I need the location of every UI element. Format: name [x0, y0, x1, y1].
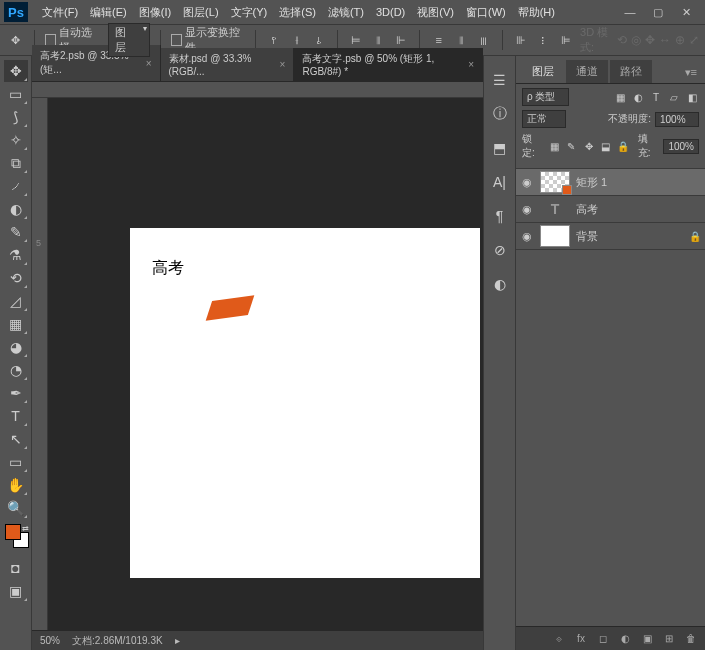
move-tool[interactable]: ✥	[4, 60, 28, 82]
filter-shape-icon[interactable]: ▱	[667, 90, 681, 104]
filter-kind-dropdown[interactable]: ρ 类型	[522, 88, 569, 106]
menu-image[interactable]: 图像(I)	[133, 3, 177, 22]
layer-name[interactable]: 矩形 1	[576, 175, 701, 190]
visibility-icon[interactable]: ◉	[520, 230, 534, 243]
auto-select-dropdown[interactable]: 图层	[108, 23, 150, 57]
filter-adjust-icon[interactable]: ◐	[631, 90, 645, 104]
dodge-tool[interactable]: ◔	[4, 359, 28, 381]
panel-menu-icon[interactable]: ▾≡	[677, 62, 705, 83]
filter-smart-icon[interactable]: ◧	[685, 90, 699, 104]
marquee-tool[interactable]: ▭	[4, 83, 28, 105]
panel-tab-layers[interactable]: 图层	[522, 60, 564, 83]
eyedropper-tool[interactable]: ⟋	[4, 175, 28, 197]
align-top-icon[interactable]: ⫯	[266, 31, 282, 49]
history-brush-tool[interactable]: ⟲	[4, 267, 28, 289]
doc-tab-1[interactable]: 素材.psd @ 33.3%(RGB/...×	[161, 48, 295, 81]
group-icon[interactable]: ▣	[639, 631, 655, 647]
visibility-icon[interactable]: ◉	[520, 203, 534, 216]
menu-select[interactable]: 选择(S)	[273, 3, 322, 22]
layer-mask-icon[interactable]: ◻	[595, 631, 611, 647]
properties-panel-icon[interactable]: ⬒	[488, 136, 512, 160]
align-vcenter-icon[interactable]: ⫲	[288, 31, 304, 49]
heal-tool[interactable]: ◐	[4, 198, 28, 220]
tab-close-icon[interactable]: ×	[468, 59, 474, 70]
type-tool[interactable]: T	[4, 405, 28, 427]
layer-row[interactable]: ◉ T 高考	[516, 196, 705, 223]
layer-thumb[interactable]	[540, 225, 570, 247]
lock-paint-icon[interactable]: ✎	[565, 139, 578, 153]
layer-row[interactable]: ◉ 背景 🔒	[516, 223, 705, 250]
path-tool[interactable]: ↖	[4, 428, 28, 450]
brush-tool[interactable]: ✎	[4, 221, 28, 243]
distribute-icon[interactable]: ⫼	[475, 31, 491, 49]
filter-image-icon[interactable]: ▦	[613, 90, 627, 104]
color-swatches[interactable]: ⇄	[3, 524, 29, 550]
new-layer-icon[interactable]: ⊞	[661, 631, 677, 647]
close-icon[interactable]: ✕	[679, 5, 693, 19]
lock-transparent-icon[interactable]: ▦	[548, 139, 561, 153]
crop-tool[interactable]: ⧉	[4, 152, 28, 174]
delete-layer-icon[interactable]: 🗑	[683, 631, 699, 647]
gradient-tool[interactable]: ▦	[4, 313, 28, 335]
tab-close-icon[interactable]: ×	[146, 58, 152, 69]
distribute-h-icon[interactable]: ⦀	[453, 31, 469, 49]
menu-view[interactable]: 视图(V)	[411, 3, 460, 22]
panel-tab-paths[interactable]: 路径	[610, 60, 652, 83]
eraser-tool[interactable]: ◿	[4, 290, 28, 312]
layer-fx-icon[interactable]: fx	[573, 631, 589, 647]
layer-thumb[interactable]: T	[540, 198, 570, 220]
canvas-shape-rect[interactable]	[206, 295, 255, 320]
canvas-viewport[interactable]: 高考	[32, 98, 483, 630]
distribute-v-icon[interactable]: ≡	[430, 31, 446, 49]
lock-move-icon[interactable]: ✥	[582, 139, 595, 153]
screenmode-tool[interactable]: ▣	[4, 580, 28, 602]
lock-all-icon[interactable]: 🔒	[617, 139, 630, 153]
quickmask-tool[interactable]: ◘	[4, 557, 28, 579]
align-hcenter-icon[interactable]: ⫴	[371, 31, 387, 49]
doc-tab-2[interactable]: 高考文字.psb @ 50% (矩形 1, RGB/8#) *×	[294, 48, 483, 81]
info-panel-icon[interactable]: ⓘ	[488, 102, 512, 126]
align-left-icon[interactable]: ⊨	[348, 31, 364, 49]
layer-row[interactable]: ◉ 矩形 1	[516, 169, 705, 196]
menu-filter[interactable]: 滤镜(T)	[322, 3, 370, 22]
menu-help[interactable]: 帮助(H)	[512, 3, 561, 22]
status-arrow-icon[interactable]: ▸	[175, 635, 180, 646]
layer-thumb[interactable]	[540, 171, 570, 193]
minimize-icon[interactable]: —	[623, 5, 637, 19]
align-bottom-icon[interactable]: ⫰	[311, 31, 327, 49]
layer-name[interactable]: 高考	[576, 202, 701, 217]
menu-layer[interactable]: 图层(L)	[177, 3, 224, 22]
menu-type[interactable]: 文字(Y)	[225, 3, 274, 22]
shape-tool[interactable]: ▭	[4, 451, 28, 473]
menu-window[interactable]: 窗口(W)	[460, 3, 512, 22]
paragraph-panel-icon[interactable]: ¶	[488, 204, 512, 228]
opacity-input[interactable]: 100%	[655, 112, 699, 127]
link-layers-icon[interactable]: ⟐	[551, 631, 567, 647]
lock-nest-icon[interactable]: ⬓	[599, 139, 612, 153]
history-panel-icon[interactable]: ☰	[488, 68, 512, 92]
fill-input[interactable]: 100%	[663, 139, 699, 154]
filter-type-icon[interactable]: T	[649, 90, 663, 104]
adjustments-panel-icon[interactable]: ⊘	[488, 238, 512, 262]
adjustment-layer-icon[interactable]: ◐	[617, 631, 633, 647]
hand-tool[interactable]: ✋	[4, 474, 28, 496]
character-panel-icon[interactable]: A|	[488, 170, 512, 194]
foreground-color[interactable]	[5, 524, 21, 540]
tab-close-icon[interactable]: ×	[280, 59, 286, 70]
lasso-tool[interactable]: ⟆	[4, 106, 28, 128]
menu-file[interactable]: 文件(F)	[36, 3, 84, 22]
distribute-space-icon[interactable]: ⊪	[513, 31, 529, 49]
wand-tool[interactable]: ✧	[4, 129, 28, 151]
align-right-icon[interactable]: ⊩	[393, 31, 409, 49]
menu-edit[interactable]: 编辑(E)	[84, 3, 133, 22]
distribute-space3-icon[interactable]: ⊫	[558, 31, 574, 49]
pen-tool[interactable]: ✒	[4, 382, 28, 404]
stamp-tool[interactable]: ⚗	[4, 244, 28, 266]
zoom-tool[interactable]: 🔍	[4, 497, 28, 519]
visibility-icon[interactable]: ◉	[520, 176, 534, 189]
distribute-space2-icon[interactable]: ⫶	[535, 31, 551, 49]
blend-mode-dropdown[interactable]: 正常	[522, 110, 566, 128]
panel-tab-channels[interactable]: 通道	[566, 60, 608, 83]
maximize-icon[interactable]: ▢	[651, 5, 665, 19]
canvas[interactable]: 高考	[130, 228, 480, 578]
